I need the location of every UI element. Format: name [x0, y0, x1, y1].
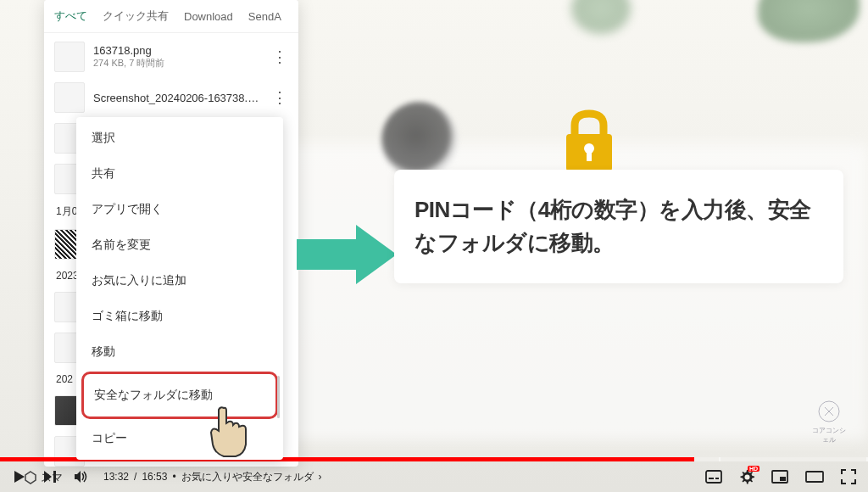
next-button[interactable] [42, 469, 58, 484]
play-button[interactable] [12, 469, 27, 484]
subtitles-button[interactable] [705, 470, 722, 484]
player-controls: 13:32 / 16:53 • お気に入りや安全なフォルダ › HD [0, 461, 868, 492]
menu-share[interactable]: 共有 [76, 156, 283, 192]
tab-quickshare[interactable]: クイック共有 [103, 8, 169, 24]
instruction-text: PINコード（4桁の数字）を入力後、安全なフォルダに移動。 [415, 193, 823, 260]
theater-button[interactable] [805, 471, 824, 483]
more-icon[interactable]: ⋮ [271, 88, 288, 107]
pointer-hand-icon [203, 404, 254, 463]
file-row[interactable]: 163718.png 274 KB, 7 時間前 ⋮ [44, 36, 298, 77]
more-icon[interactable]: ⋮ [271, 48, 288, 66]
menu-select[interactable]: 選択 [76, 120, 283, 156]
tab-sendanywhere[interactable]: SendA [248, 10, 281, 23]
fullscreen-button[interactable] [841, 469, 856, 484]
hd-badge: HD [748, 466, 760, 472]
file-thumbnail [54, 82, 85, 113]
scrollbar[interactable] [277, 376, 280, 418]
file-row[interactable]: Screenshot_20240206-163738.png ⋮ [44, 77, 298, 118]
chapter-title[interactable]: お気に入りや安全なフォルダ [181, 470, 314, 484]
menu-open-with[interactable]: アプリで開く [76, 192, 283, 227]
svg-rect-10 [806, 472, 823, 482]
watermark: コアコンシェル [812, 399, 846, 441]
file-name: 163718.png [93, 44, 263, 57]
svg-rect-9 [780, 477, 786, 481]
time-display: 13:32 / 16:53 • お気に入りや安全なフォルダ › [103, 470, 322, 484]
svg-rect-2 [587, 151, 592, 161]
menu-move[interactable]: 移動 [76, 334, 283, 370]
file-thumbnail [54, 42, 85, 72]
arrow-icon [297, 221, 398, 292]
instruction-card: PINコード（4桁の数字）を入力後、安全なフォルダに移動。 [394, 170, 843, 283]
svg-rect-4 [706, 471, 721, 483]
settings-button[interactable]: HD [739, 469, 754, 484]
miniplayer-button[interactable] [771, 470, 788, 484]
tab-bar: すべて クイック共有 Download SendA [44, 0, 298, 33]
svg-point-7 [745, 475, 750, 480]
file-name: Screenshot_20240206-163738.png [93, 92, 263, 104]
svg-rect-6 [715, 478, 719, 479]
svg-rect-5 [709, 478, 714, 479]
menu-trash[interactable]: ゴミ箱に移動 [76, 299, 283, 334]
tab-download[interactable]: Download [184, 10, 233, 23]
chevron-right-icon[interactable]: › [319, 471, 322, 483]
tab-all[interactable]: すべて [54, 8, 87, 24]
menu-rename[interactable]: 名前を変更 [76, 227, 283, 263]
file-meta: 274 KB, 7 時間前 [93, 57, 263, 70]
volume-button[interactable] [73, 469, 88, 484]
menu-add-favorite[interactable]: お気に入りに追加 [76, 263, 283, 299]
